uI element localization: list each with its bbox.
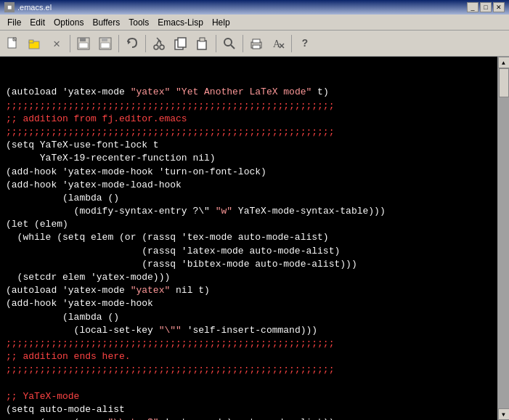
code-line: (local-set-key "\"" 'self-insert-command…	[6, 324, 492, 337]
menu-emacs-lisp[interactable]: Emacs-Lisp	[153, 16, 208, 29]
menu-file[interactable]: File	[3, 16, 25, 29]
copy-button[interactable]	[171, 33, 191, 54]
app-icon: ■	[4, 2, 15, 12]
code-line: ;; addition from fj.editor.emacs	[6, 113, 492, 126]
cut-button[interactable]	[149, 33, 169, 54]
scrollbar-vertical[interactable]: ▲ ▼	[497, 57, 509, 420]
code-line: (while (setq elem (or (rassq 'tex-mode a…	[6, 231, 492, 244]
svg-line-21	[231, 45, 235, 49]
svg-rect-18	[198, 41, 206, 49]
code-line	[6, 73, 492, 86]
menu-options[interactable]: Options	[49, 16, 88, 29]
code-line: YaTeX-19-recenter-function nil)	[6, 152, 492, 165]
code-line: ;;;;;;;;;;;;;;;;;;;;;;;;;;;;;;;;;;;;;;;;…	[6, 337, 492, 350]
svg-rect-6	[79, 43, 88, 48]
menu-tools[interactable]: Tools	[124, 16, 153, 29]
code-line: (modify-syntax-entry ?\" "w" YaTeX-mode-…	[6, 205, 492, 218]
scrollbar-track[interactable]	[498, 68, 509, 408]
code-line: (autoload 'yatex-mode "yatex" "Yet Anoth…	[6, 86, 492, 99]
toolbar-sep-1	[70, 35, 70, 52]
svg-rect-3	[29, 40, 33, 43]
menu-buffers[interactable]: Buffers	[88, 16, 124, 29]
menu-help[interactable]: Help	[208, 16, 235, 29]
editor-container: (autoload 'yatex-mode "yatex" "Yet Anoth…	[0, 57, 509, 420]
menu-bar: File Edit Options Buffers Tools Emacs-Li…	[0, 15, 509, 31]
window-title: .emacs.el	[17, 3, 52, 12]
minimize-button[interactable]: _	[467, 2, 479, 12]
toolbar-sep-5	[243, 35, 243, 52]
help-button[interactable]: ?	[295, 33, 315, 54]
code-line: (add-hook 'yatex-mode-hook	[6, 297, 492, 310]
save-button[interactable]	[73, 33, 94, 54]
svg-line-13	[156, 40, 159, 46]
maximize-button[interactable]: □	[480, 2, 492, 12]
svg-rect-17	[178, 38, 186, 47]
svg-point-20	[224, 39, 232, 46]
code-line: (add-hook 'yatex-mode-load-hook	[6, 179, 492, 192]
new-button[interactable]	[3, 33, 23, 54]
svg-rect-5	[80, 38, 86, 41]
code-line: (rassq 'latex-mode auto-mode-alist)	[6, 245, 492, 258]
undo-button[interactable]	[122, 33, 142, 54]
open-button[interactable]	[25, 33, 45, 54]
code-line: (lambda ()	[6, 192, 492, 205]
title-bar: ■ .emacs.el _ □ ✕	[0, 0, 509, 15]
code-line: ;; YaTeX-mode	[6, 390, 492, 403]
code-line: (add-hook 'yatex-mode-hook 'turn-on-font…	[6, 166, 492, 179]
title-buttons[interactable]: _ □ ✕	[467, 2, 505, 12]
svg-rect-23	[253, 39, 260, 43]
code-line: ;;;;;;;;;;;;;;;;;;;;;;;;;;;;;;;;;;;;;;;;…	[6, 363, 492, 376]
toolbar-sep-2	[118, 35, 119, 52]
code-line: (lambda ()	[6, 311, 492, 324]
toolbar-sep-6	[291, 35, 292, 52]
code-line: (setq YaTeX-use-font-lock t	[6, 139, 492, 152]
code-line: (let (elem)	[6, 218, 492, 231]
scrollbar-thumb[interactable]	[499, 68, 509, 97]
close-button[interactable]: ✕	[493, 2, 505, 12]
code-line: (rassq 'bibtex-mode auto-mode-alist)))	[6, 258, 492, 271]
code-line: (autoload 'yatex-mode "yatex" nil t)	[6, 284, 492, 297]
find-button[interactable]	[219, 33, 240, 54]
code-line: ;; addition ends here.	[6, 350, 492, 363]
paste-button[interactable]	[192, 33, 213, 54]
svg-rect-24	[253, 45, 260, 49]
code-line: (setcdr elem 'yatex-mode)))	[6, 271, 492, 284]
editor-content[interactable]: (autoload 'yatex-mode "yatex" "Yet Anoth…	[0, 57, 497, 420]
svg-line-15	[157, 38, 161, 42]
svg-rect-19	[200, 38, 205, 41]
toolbar: ✕ A ?	[0, 31, 509, 57]
close-x-button[interactable]: ✕	[46, 33, 67, 54]
print-button[interactable]	[246, 33, 266, 54]
scroll-down-button[interactable]: ▼	[498, 408, 510, 420]
toolbar-sep-4	[216, 35, 216, 52]
save-as-button[interactable]	[95, 33, 115, 54]
code-line: (setq auto-mode-alist	[6, 403, 492, 416]
menu-edit[interactable]: Edit	[25, 16, 49, 29]
svg-rect-9	[101, 43, 110, 48]
code-line	[6, 377, 492, 390]
scroll-up-button[interactable]: ▲	[498, 57, 510, 68]
code-line: ;;;;;;;;;;;;;;;;;;;;;;;;;;;;;;;;;;;;;;;;…	[6, 100, 492, 113]
code-line: ;;;;;;;;;;;;;;;;;;;;;;;;;;;;;;;;;;;;;;;;…	[6, 126, 492, 139]
title-bar-left: ■ .emacs.el	[4, 2, 52, 12]
toolbar-sep-3	[145, 35, 146, 52]
svg-rect-8	[102, 38, 107, 41]
spell-button[interactable]: A	[268, 33, 288, 54]
svg-marker-10	[128, 40, 131, 44]
code-line: (cons (cons "\\.tex$" 'yatex-mode) auto-…	[6, 416, 492, 420]
